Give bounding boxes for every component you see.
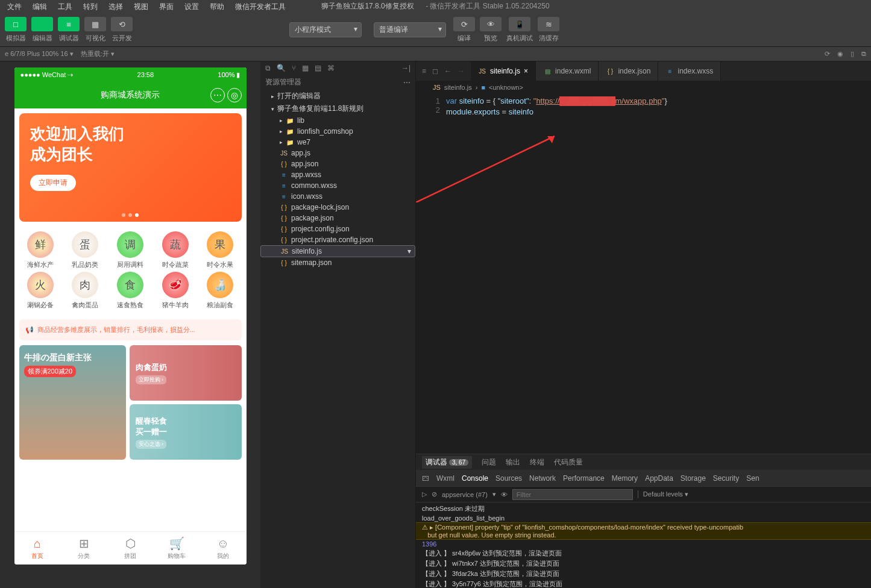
devtab-AppData[interactable]: AppData	[645, 474, 673, 483]
collapse-icon[interactable]: →|	[401, 64, 410, 72]
menu-tool[interactable]: 工具	[53, 1, 77, 13]
menu-goto[interactable]: 转到	[78, 1, 102, 13]
tree-folder[interactable]: 📁lib	[260, 115, 415, 126]
list-icon[interactable]: ≡	[422, 67, 426, 75]
console-context[interactable]: appservice (#7)	[442, 491, 488, 498]
files-icon[interactable]: ⧉	[265, 64, 271, 72]
devtab-Console[interactable]: Console	[462, 474, 488, 483]
capsule-close-icon[interactable]: ◎	[227, 88, 242, 102]
branch-icon[interactable]: ⑂	[292, 64, 296, 72]
category-item[interactable]: 蔬时令蔬菜	[154, 231, 197, 269]
popout-icon[interactable]: ⧉	[861, 50, 866, 58]
category-item[interactable]: 食速食熟食	[109, 272, 152, 310]
dev-inspect-icon[interactable]: ⮹	[422, 474, 429, 483]
devtab-Storage[interactable]: Storage	[681, 474, 706, 483]
outline-icon[interactable]: ▤	[315, 64, 321, 72]
category-item[interactable]: 调厨用调料	[109, 231, 152, 269]
menu-help[interactable]: 帮助	[205, 1, 229, 13]
tree-file[interactable]: ≡common.wxss	[260, 180, 415, 191]
tree-file[interactable]: ≡icon.wxss	[260, 191, 415, 202]
code-editor[interactable]: 12 var siteinfo = { "siteroot": "https:/…	[416, 94, 871, 454]
record-icon[interactable]: ◉	[837, 50, 843, 58]
category-item[interactable]: 🍶粮油副食	[199, 272, 242, 310]
banner[interactable]: 欢迎加入我们成为团长 立即申请	[19, 113, 242, 222]
editor-tab[interactable]: ≡index.wxss	[658, 61, 721, 81]
tree-folder[interactable]: 📁we7	[260, 137, 415, 148]
tree-file[interactable]: { }project.config.json	[260, 224, 415, 234]
menu-wx[interactable]: 微信开发者工具	[230, 1, 291, 13]
category-item[interactable]: 蛋乳品奶类	[64, 231, 107, 269]
promo-small-2[interactable]: 醒春轻食买一赠一安心之选 ›	[130, 404, 242, 460]
dbg-tab[interactable]: 代码质量	[554, 457, 583, 468]
category-item[interactable]: 肉禽肉蛋品	[64, 272, 107, 310]
tool-模拟器[interactable]: □模拟器	[5, 17, 27, 43]
device-icon[interactable]: ▯	[851, 50, 854, 58]
breadcrumb[interactable]: JSsiteinfo.js › ■ <unknown>	[416, 81, 871, 94]
devtab-Network[interactable]: Network	[529, 474, 556, 483]
editor-tab[interactable]: { }index.json	[599, 61, 658, 81]
banner-cta-button[interactable]: 立即申请	[30, 175, 76, 191]
menu-edit[interactable]: 编辑	[28, 1, 52, 13]
menu-select[interactable]: 选择	[104, 1, 128, 13]
device-select[interactable]: e 6/7/8 Plus 100% 16 ▾	[5, 50, 74, 58]
bookmark-icon[interactable]: ◻	[432, 67, 438, 75]
tree-file[interactable]: { }project.private.config.json	[260, 234, 415, 245]
tab-拼团[interactable]: ⬡拼团	[107, 532, 154, 565]
devtab-Sen[interactable]: Sen	[746, 474, 759, 483]
console-filter-input[interactable]	[512, 489, 633, 500]
console-eye-icon[interactable]: 👁	[501, 491, 508, 498]
devtab-Wxml[interactable]: Wxml	[436, 474, 454, 483]
tool-预览[interactable]: 👁预览	[480, 17, 502, 43]
editor-tab[interactable]: JSsiteinfo.js×	[471, 61, 536, 81]
back-icon[interactable]: ←	[444, 67, 451, 75]
ext-icon[interactable]: ▦	[302, 64, 309, 72]
tree-file[interactable]: JSsiteinfo.js	[260, 245, 415, 257]
category-item[interactable]: 鲜海鲜水产	[19, 231, 62, 269]
console-play-icon[interactable]: ▷	[422, 490, 427, 498]
dbg-tab[interactable]: 输出	[506, 457, 520, 468]
search-icon[interactable]: 🔍	[277, 64, 286, 72]
tree-file[interactable]: { }package.json	[260, 213, 415, 224]
console-clear-icon[interactable]: ⊘	[432, 490, 437, 498]
explorer-menu-icon[interactable]: ⋯	[403, 78, 410, 87]
editor-tab[interactable]: ▤index.wxml	[536, 61, 599, 81]
tool-可视化[interactable]: ▦可视化	[84, 17, 106, 43]
tool-编辑器[interactable]: 编辑器	[31, 17, 53, 43]
tab-分类[interactable]: ⊞分类	[61, 532, 107, 565]
notice-bar[interactable]: 📢 商品经营多维度展示，销量排行，毛利报表，损益分...	[19, 319, 242, 340]
capsule-menu-icon[interactable]: ⋯	[210, 88, 225, 102]
refresh-icon[interactable]: ⟳	[825, 50, 830, 58]
close-icon[interactable]: ×	[524, 67, 528, 75]
mode-select[interactable]: 小程序模式	[289, 22, 362, 37]
tree-file[interactable]: ≡app.wxss	[260, 169, 415, 180]
tree-project-root[interactable]: 狮子鱼修复前端11.8新规则	[260, 102, 415, 115]
tool-编译[interactable]: ⟳编译	[453, 17, 475, 43]
tab-首页[interactable]: ⌂首页	[14, 532, 61, 565]
category-item[interactable]: 果时令水果	[199, 231, 242, 269]
menu-file[interactable]: 文件	[2, 1, 27, 13]
more-icon[interactable]: ⌘	[327, 64, 335, 72]
hot-reload[interactable]: 热重载:开 ▾	[81, 49, 115, 58]
devtab-Performance[interactable]: Performance	[563, 474, 605, 483]
dbg-tab[interactable]: 调试器3, 67	[422, 456, 472, 469]
category-item[interactable]: 火涮锅必备	[19, 272, 62, 310]
category-item[interactable]: 🥩猪牛羊肉	[154, 272, 197, 310]
tree-file[interactable]: { }sitemap.json	[260, 257, 415, 268]
promo-small-1[interactable]: 肉禽蛋奶立即抢购 ›	[130, 345, 242, 401]
forward-icon[interactable]: →	[458, 67, 465, 75]
tool-调试器[interactable]: ≡调试器	[58, 17, 80, 43]
tab-我的[interactable]: ☺我的	[200, 532, 247, 565]
tool-真机调试[interactable]: 📱真机调试	[506, 17, 533, 43]
promo-large[interactable]: 牛排の蛋白新主张 领券满200减20	[19, 345, 126, 460]
menu-ui[interactable]: 界面	[154, 1, 178, 13]
devtab-Memory[interactable]: Memory	[612, 474, 638, 483]
tree-open-editors[interactable]: 打开的编辑器	[260, 90, 415, 102]
tree-file[interactable]: JSapp.js	[260, 148, 415, 158]
tree-file[interactable]: { }app.json	[260, 158, 415, 169]
menu-view[interactable]: 视图	[129, 1, 153, 13]
tree-file[interactable]: { }package-lock.json	[260, 202, 415, 213]
compile-select[interactable]: 普通编译	[374, 22, 446, 37]
tool-云开发[interactable]: ⟲云开发	[111, 17, 133, 43]
devtab-Sources[interactable]: Sources	[495, 474, 522, 483]
tool-清缓存[interactable]: ≋清缓存	[538, 17, 559, 43]
